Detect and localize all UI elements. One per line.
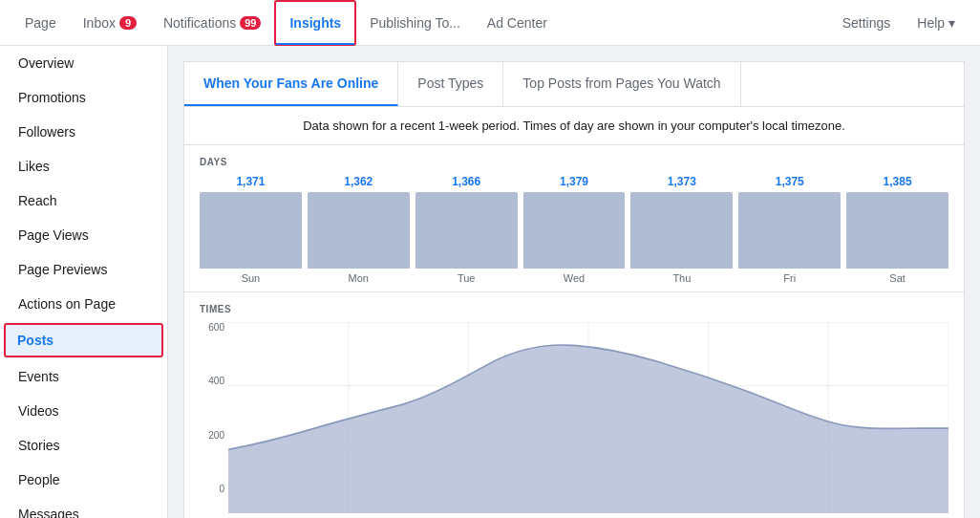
sidebar-item-pageviews[interactable]: Page Views <box>0 218 167 252</box>
sidebar-item-pagepreviews[interactable]: Page Previews <box>0 252 167 287</box>
nav-left: Page Inbox 9 Notifications 99 Insights P… <box>11 0 561 46</box>
day-col-sat: 1,385Sat <box>846 175 948 291</box>
info-box: Data shown for a recent 1-week period. T… <box>183 106 965 145</box>
nav-notifications-label: Notifications <box>163 15 236 31</box>
sidebar-item-overview[interactable]: Overview <box>0 46 167 80</box>
nav-page-label: Page <box>25 15 56 31</box>
sidebar-item-stories[interactable]: Stories <box>0 428 167 463</box>
sidebar-item-promotions[interactable]: Promotions <box>0 80 167 115</box>
day-count-wed: 1,379 <box>560 175 588 188</box>
tab-bar: When Your Fans Are Online Post Types Top… <box>183 61 965 106</box>
layout: Overview Promotions Followers Likes Reac… <box>0 46 980 518</box>
nav-right: Settings Help ▾ <box>829 0 969 46</box>
nav-inbox-label: Inbox <box>83 15 116 31</box>
sidebar-item-videos[interactable]: Videos <box>0 394 167 428</box>
x-axis: 3:00 AM 6:00 AM 9:00 AM 3:00 PM 6:00 PM … <box>228 513 948 518</box>
nav-insights[interactable]: Insights <box>274 0 356 46</box>
day-count-thu: 1,373 <box>668 175 696 188</box>
y-label-400: 400 <box>200 376 224 386</box>
nav-publishing[interactable]: Publishing To... <box>356 0 474 46</box>
day-col-fri: 1,375Fri <box>738 175 841 291</box>
sidebar-item-messages[interactable]: Messages <box>0 497 167 518</box>
day-bar-wed <box>523 192 626 269</box>
days-grid: 1,371Sun1,362Mon1,366Tue1,379Wed1,373Thu… <box>200 175 948 291</box>
day-col-thu: 1,373Thu <box>630 175 733 291</box>
nav-settings[interactable]: Settings <box>829 0 905 46</box>
times-label: TIMES <box>200 304 948 314</box>
top-nav: Page Inbox 9 Notifications 99 Insights P… <box>0 0 980 46</box>
y-label-0: 0 <box>200 484 224 494</box>
day-label-mon: Mon <box>349 272 369 291</box>
day-bar-fri <box>738 192 841 269</box>
day-label-sun: Sun <box>242 272 261 291</box>
y-label-200: 200 <box>200 430 224 441</box>
day-label-thu: Thu <box>672 272 691 291</box>
day-col-wed: 1,379Wed <box>523 175 626 291</box>
day-col-tue: 1,366Tue <box>415 175 518 291</box>
day-label-tue: Tue <box>458 272 476 291</box>
day-bar-sun <box>200 192 302 269</box>
nav-help[interactable]: Help ▾ <box>904 0 969 46</box>
tab-post-types[interactable]: Post Types <box>398 62 503 106</box>
sidebar-item-actions[interactable]: Actions on Page <box>0 287 167 321</box>
day-bar-tue <box>415 192 518 269</box>
inbox-badge: 9 <box>119 16 137 30</box>
nav-inbox[interactable]: Inbox 9 <box>70 0 150 46</box>
nav-publishing-label: Publishing To... <box>370 15 460 31</box>
day-label-sat: Sat <box>889 272 905 291</box>
nav-adcenter[interactable]: Ad Center <box>474 0 561 46</box>
day-col-sun: 1,371Sun <box>200 175 302 291</box>
day-count-fri: 1,375 <box>776 175 804 188</box>
day-count-sat: 1,385 <box>884 175 912 188</box>
sidebar-item-likes[interactable]: Likes <box>0 149 167 183</box>
day-bar-thu <box>630 192 733 269</box>
nav-help-label: Help ▾ <box>917 15 955 31</box>
sidebar-item-events[interactable]: Events <box>0 359 167 394</box>
nav-notifications[interactable]: Notifications 99 <box>150 0 275 46</box>
sidebar-item-posts[interactable]: Posts <box>4 323 163 357</box>
day-label-fri: Fri <box>783 272 796 291</box>
nav-settings-label: Settings <box>842 15 891 31</box>
days-section: DAYS 1,371Sun1,362Mon1,366Tue1,379Wed1,3… <box>183 145 965 292</box>
main-content: When Your Fans Are Online Post Types Top… <box>168 46 980 518</box>
tab-fans-online[interactable]: When Your Fans Are Online <box>184 62 398 106</box>
tab-top-posts[interactable]: Top Posts from Pages You Watch <box>503 62 740 106</box>
sidebar: Overview Promotions Followers Likes Reac… <box>0 46 168 518</box>
nav-adcenter-label: Ad Center <box>487 15 547 31</box>
day-col-mon: 1,362Mon <box>308 175 410 291</box>
nav-page[interactable]: Page <box>11 0 70 46</box>
day-count-mon: 1,362 <box>344 175 373 188</box>
chart-area: 600 400 200 0 <box>228 322 948 513</box>
day-count-tue: 1,366 <box>452 175 480 188</box>
times-svg-chart <box>228 322 948 513</box>
sidebar-item-followers[interactable]: Followers <box>0 115 167 149</box>
day-bar-mon <box>308 192 410 269</box>
y-label-600: 600 <box>200 322 224 333</box>
notifications-badge: 99 <box>240 16 261 30</box>
day-bar-sat <box>846 192 948 269</box>
day-count-sun: 1,371 <box>236 175 265 188</box>
times-chart-wrapper: 600 400 200 0 <box>200 322 948 518</box>
days-label: DAYS <box>200 157 948 167</box>
y-axis: 600 400 200 0 <box>200 322 224 513</box>
times-section: TIMES 600 400 200 0 <box>183 292 965 518</box>
sidebar-item-reach[interactable]: Reach <box>0 183 167 218</box>
day-label-wed: Wed <box>564 272 585 291</box>
nav-insights-label: Insights <box>289 15 341 31</box>
sidebar-item-people[interactable]: People <box>0 463 167 497</box>
